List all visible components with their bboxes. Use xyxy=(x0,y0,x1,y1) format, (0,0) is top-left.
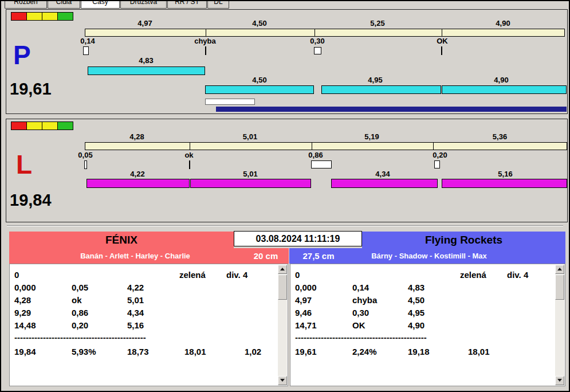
hurdle-height-badge-left: 20 cm xyxy=(245,248,286,264)
time-cell: 4,28 xyxy=(14,294,72,307)
time-cell: chyba xyxy=(352,294,408,307)
light-yellow-2 xyxy=(42,121,58,130)
split-time-label: 5,36 xyxy=(433,133,567,141)
time-cell: 5,01 xyxy=(127,294,275,307)
split-scale xyxy=(85,142,567,150)
start-lights xyxy=(11,121,73,130)
total-cell: 5,93% xyxy=(72,346,127,358)
team-right-lineup: Bárny - Shadow - Kostimill - Max xyxy=(325,248,533,264)
tab-cidla[interactable]: Čidla xyxy=(48,1,80,9)
team-left-name: FÉNIX xyxy=(105,234,137,246)
leg-time-label: 4,22 xyxy=(120,170,155,178)
team-left-header: FÉNIX xyxy=(9,232,234,248)
time-cell: 4,97 xyxy=(295,294,352,307)
scrollbar[interactable] xyxy=(555,265,564,385)
split-time-label: 5,25 xyxy=(314,19,441,28)
start-value-cell: 0 xyxy=(295,269,460,281)
results-table-left: 0 zelená div. 4 0,000 0,05 4,22 4,28 ok … xyxy=(9,264,288,386)
tab-druzstva[interactable]: Družstva xyxy=(120,1,167,9)
triangle-down-icon xyxy=(557,379,562,382)
time-cell: OK xyxy=(352,319,408,332)
lane-panel-p: P 19,61 4,97 4,50 5,25 4,90 0,14 chyba 0… xyxy=(6,9,568,114)
tab-bar: Rozběh Čidla Časy Družstva RR / ST DL xyxy=(1,1,569,9)
progress-track xyxy=(205,99,255,105)
separator-line: ----------------------------------------… xyxy=(295,333,467,346)
scroll-thumb[interactable] xyxy=(278,275,287,300)
table-row: 14,48 0,20 5,16 xyxy=(14,319,275,332)
table-header-row: 0 zelená div. 4 xyxy=(14,269,275,281)
split-time-label: 5,19 xyxy=(311,133,433,141)
total-cell: 2,24% xyxy=(352,346,408,358)
change-marker xyxy=(314,47,321,54)
scale-divider xyxy=(433,143,434,150)
light-state-cell: zelená xyxy=(179,269,226,281)
change-marker xyxy=(441,46,442,55)
tab-rr-st[interactable]: RR / ST xyxy=(167,1,207,9)
time-cell: 0,000 xyxy=(14,281,72,294)
totals-row: 19,61 2,24% 19,18 18,01 xyxy=(295,346,552,358)
light-yellow-2 xyxy=(42,12,58,21)
leg-time-label: 4,50 xyxy=(242,76,277,84)
change-marker xyxy=(434,160,440,168)
time-cell: 4,50 xyxy=(408,294,552,307)
light-state-cell: zelená xyxy=(460,269,507,281)
division-cell: div. 4 xyxy=(226,269,275,281)
leg-time-label: 5,16 xyxy=(488,170,522,178)
time-cell: 4,83 xyxy=(408,281,552,294)
scale-divider xyxy=(190,143,190,150)
start-lights xyxy=(11,12,73,21)
scale-divider xyxy=(312,143,312,150)
change-marker xyxy=(205,46,206,55)
split-time-label: 4,97 xyxy=(85,19,205,28)
lane-letter: L xyxy=(16,149,32,180)
light-red xyxy=(11,121,27,130)
tab-dl[interactable]: DL xyxy=(207,1,229,9)
time-cell: 0,14 xyxy=(352,281,408,294)
scroll-up-button[interactable] xyxy=(555,265,564,274)
scroll-down-button[interactable] xyxy=(555,376,564,385)
light-red xyxy=(11,12,27,21)
split-time-label: 4,90 xyxy=(441,19,565,28)
light-green xyxy=(57,121,73,130)
scrollbar[interactable] xyxy=(278,265,287,385)
change-time-label: 0,14 xyxy=(70,37,105,45)
results-table-right: 0 zelená div. 4 0,000 0,14 4,83 4,97 chy… xyxy=(290,264,565,386)
lane-total-time: 19,61 xyxy=(10,80,52,99)
time-cell: 14,48 xyxy=(14,319,72,332)
leg-bar xyxy=(442,85,567,94)
separator-line: ----------------------------------------… xyxy=(14,333,186,346)
scale-divider xyxy=(442,29,442,36)
total-cell: 18,01 xyxy=(184,346,245,358)
tab-casy[interactable]: Časy xyxy=(81,1,120,9)
time-cell: 9,29 xyxy=(14,307,72,319)
leg-time-label: 5,01 xyxy=(233,170,268,178)
leg-time-label: 4,95 xyxy=(358,76,392,84)
scroll-thumb[interactable] xyxy=(555,275,564,300)
change-marker xyxy=(83,46,89,55)
team-right-name: Flying Rockets xyxy=(425,234,502,246)
total-cell: 19,84 xyxy=(14,346,72,358)
time-cell: 4,90 xyxy=(408,319,552,332)
start-value-cell: 0 xyxy=(14,269,179,281)
change-time-label: chyba xyxy=(188,37,222,45)
time-cell: ok xyxy=(72,294,127,307)
scroll-up-button[interactable] xyxy=(278,265,287,274)
time-cell: 0,05 xyxy=(72,281,127,294)
tab-rozbeh[interactable]: Rozběh xyxy=(5,1,47,9)
total-cell: 19,61 xyxy=(295,346,352,358)
table-header-row: 0 zelená div. 4 xyxy=(295,269,552,281)
total-cell: 18,73 xyxy=(127,346,184,358)
leg-bar xyxy=(87,179,190,188)
scale-divider xyxy=(315,29,315,36)
time-cell: 0,86 xyxy=(72,307,127,319)
scale-divider xyxy=(206,29,206,36)
lane-total-time: 19,84 xyxy=(10,191,52,210)
leg-bar xyxy=(442,179,567,188)
table-row: 9,46 0,30 4,95 xyxy=(295,307,552,319)
total-cell: 19,18 xyxy=(408,346,468,358)
progress-bar xyxy=(216,107,567,112)
team-left-lineup: Banán - Arlett - Harley - Charlie xyxy=(21,248,250,264)
light-yellow-1 xyxy=(26,121,42,130)
scroll-down-button[interactable] xyxy=(278,376,287,385)
team-left-subheader: Banán - Arlett - Harley - Charlie 20 cm xyxy=(9,248,289,264)
